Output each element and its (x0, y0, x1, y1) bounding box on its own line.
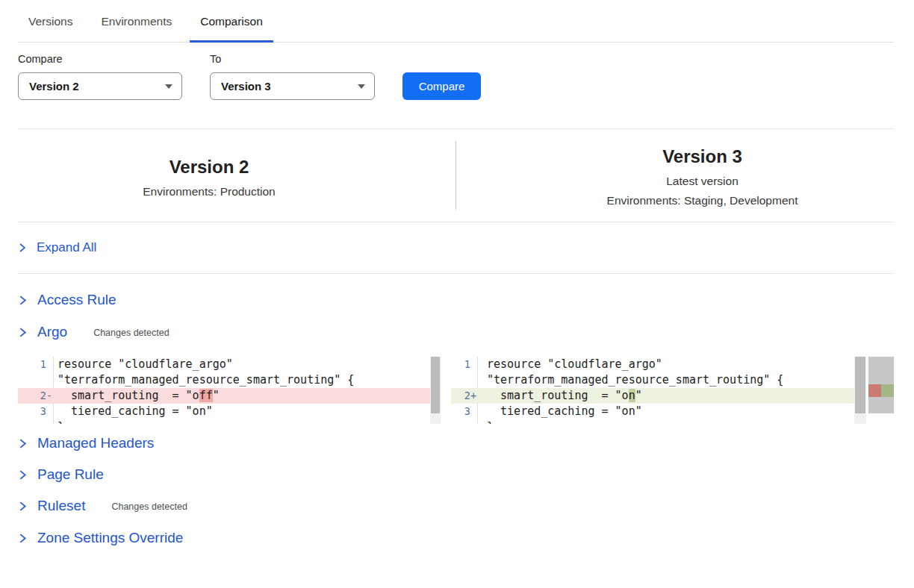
expand-all-label: Expand All (37, 240, 96, 255)
chevron-right-icon (18, 295, 28, 306)
compare-from-value: Version 2 (29, 80, 79, 93)
deletion-sign: - (46, 388, 53, 404)
chevron-right-icon (18, 533, 28, 544)
section-label: Managed Headers (37, 435, 154, 451)
tab-bar: Versions Environments Comparison (0, 0, 914, 43)
compare-button[interactable]: Compare (402, 72, 481, 100)
chevron-right-icon (18, 501, 28, 512)
scrollbar-thumb[interactable] (431, 357, 440, 413)
diff-overview-ruler (868, 357, 894, 413)
scrollbar[interactable] (854, 357, 866, 424)
diff-line-deleted: 2- smart_routing = "off" (18, 388, 430, 404)
argo-diff-viewer: 1 resource "cloudflare_argo" "terraform_… (18, 357, 894, 424)
diff-line-added: 2+ smart_routing = "on" (451, 388, 854, 404)
scrollbar-thumb[interactable] (855, 357, 865, 413)
diff-line-wrap: "terraform_managed_resource_smart_routin… (18, 372, 430, 388)
diff-line-wrap: "terraform_managed_resource_smart_routin… (451, 372, 854, 388)
version-headers: Version 2 Environments: Production Versi… (18, 129, 894, 222)
version-right-header: Version 3 Latest version Environments: S… (511, 146, 894, 210)
changes-detected-badge: Changes detected (93, 328, 169, 338)
compare-to-value: Version 3 (221, 80, 271, 93)
version-left-title: Version 2 (18, 156, 400, 178)
section-label: Argo (37, 324, 67, 340)
tab-environments[interactable]: Environments (90, 0, 182, 43)
version-right-environments: Environments: Staging, Development (511, 191, 894, 210)
chevron-right-icon (18, 327, 28, 338)
chevron-right-icon (18, 243, 27, 253)
chevron-right-icon (18, 438, 28, 449)
section-access-rule[interactable]: Access Rule (18, 292, 116, 308)
diff-left-pane: 1 resource "cloudflare_argo" "terraform_… (18, 357, 430, 424)
diff-line-clipped: } (451, 419, 854, 424)
tab-versions[interactable]: Versions (18, 0, 83, 43)
diff-line: 3 tiered_caching = "on" (18, 404, 430, 419)
changed-word: ff (199, 389, 213, 402)
section-argo[interactable]: Argo Changes detected (18, 324, 170, 340)
section-label: Ruleset (37, 498, 85, 514)
section-page-rule[interactable]: Page Rule (18, 466, 104, 483)
diff-line: 3 tiered_caching = "on" (451, 404, 854, 419)
chevron-down-icon (358, 84, 365, 89)
section-label: Page Rule (37, 466, 104, 483)
compare-to-select[interactable]: Version 3 (210, 72, 375, 100)
diff-right-pane: 1 resource "cloudflare_argo" "terraform_… (451, 357, 854, 424)
divider (18, 222, 894, 222)
version-right-title: Version 3 (511, 146, 894, 168)
scrollbar[interactable] (430, 357, 441, 424)
chevron-right-icon (18, 469, 28, 481)
changes-detected-badge: Changes detected (111, 501, 187, 512)
to-label: To (210, 53, 221, 65)
version-left-header: Version 2 Environments: Production (18, 156, 400, 201)
vertical-divider (456, 141, 456, 210)
ruler-deletion-mark (868, 384, 881, 397)
section-managed-headers[interactable]: Managed Headers (18, 435, 154, 451)
diff-line: 1 resource "cloudflare_argo" (451, 357, 854, 372)
section-label: Zone Settings Override (37, 530, 183, 546)
divider (18, 273, 894, 274)
section-ruleset[interactable]: Ruleset Changes detected (18, 498, 187, 514)
chevron-down-icon (165, 84, 172, 89)
version-left-environments: Environments: Production (18, 182, 400, 201)
comparison-page: Versions Environments Comparison Compare… (0, 0, 914, 588)
changed-word: n (629, 389, 635, 402)
addition-sign: + (470, 388, 477, 404)
diff-line-clipped: } (18, 419, 430, 424)
expand-all-button[interactable]: Expand All (18, 240, 96, 255)
compare-label: Compare (18, 53, 63, 65)
section-zone-settings-override[interactable]: Zone Settings Override (18, 530, 183, 546)
compare-from-select[interactable]: Version 2 (18, 72, 182, 100)
version-right-subtitle: Latest version (511, 172, 894, 191)
section-label: Access Rule (37, 292, 116, 308)
tab-comparison[interactable]: Comparison (190, 0, 273, 43)
ruler-addition-mark (881, 384, 894, 397)
diff-line: 1 resource "cloudflare_argo" (18, 357, 430, 372)
